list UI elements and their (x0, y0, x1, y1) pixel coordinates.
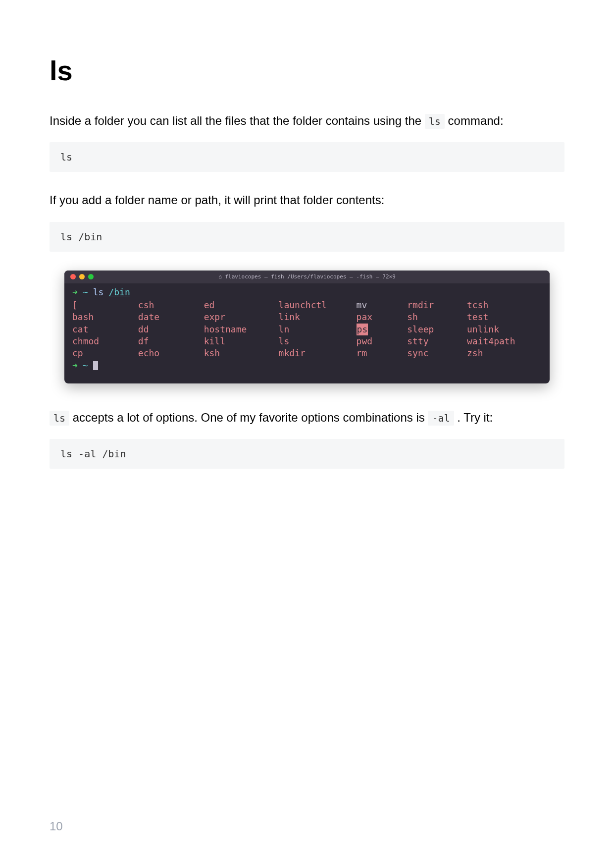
close-icon (70, 274, 76, 279)
code-block-3: ls -al /bin (50, 439, 564, 469)
term-cell: echo (138, 347, 201, 359)
paragraph-1: Inside a folder you can list all the fil… (50, 111, 564, 130)
term-cell: chmod (72, 335, 135, 347)
terminal-screenshot: ⌂ flaviocopes — fish /Users/flaviocopes … (50, 271, 564, 383)
prompt-command: ls (93, 286, 104, 298)
para1-text-b: command: (448, 114, 504, 127)
term-cell: unlink (467, 324, 542, 335)
term-cell: launchctl (279, 299, 354, 311)
prompt-arrow-icon: ➜ (72, 286, 78, 298)
term-cell: [ (72, 299, 135, 311)
inline-code-al: -al (428, 411, 454, 426)
term-cell: mv (357, 299, 405, 311)
page-heading: ls (50, 54, 564, 87)
term-cell: ksh (204, 347, 276, 359)
cursor-icon (93, 361, 98, 370)
term-cell: rmdir (407, 299, 464, 311)
terminal-body: ➜ ~ ls /bin [ csh ed launchctl mv rmdir … (64, 283, 550, 383)
term-cell: ls (279, 335, 354, 347)
term-cell: kill (204, 335, 276, 347)
term-cell: sleep (407, 324, 464, 335)
paragraph-3: ls accepts a lot of options. One of my f… (50, 408, 564, 427)
prompt-line-1: ➜ ~ ls /bin (72, 286, 542, 298)
para3-text-b: . Try it: (457, 411, 493, 424)
inline-code-ls-1: ls (425, 114, 445, 129)
term-cell: pax (357, 311, 405, 323)
para3-text-a: accepts a lot of options. One of my favo… (73, 411, 428, 424)
term-cell: expr (204, 311, 276, 323)
terminal-output-grid: [ csh ed launchctl mv rmdir tcsh bash da… (72, 299, 542, 359)
term-cell: mkdir (279, 347, 354, 359)
term-cell: zsh (467, 347, 542, 359)
term-cell: test (467, 311, 542, 323)
prompt-tilde: ~ (83, 360, 88, 372)
term-cell: df (138, 335, 201, 347)
prompt-arg: /bin (108, 286, 130, 298)
term-cell: ps (357, 324, 405, 335)
maximize-icon (88, 274, 94, 279)
term-cell: wait4path (467, 335, 542, 347)
term-cell: ln (279, 324, 354, 335)
term-cell: dd (138, 324, 201, 335)
term-cell: bash (72, 311, 135, 323)
prompt-tilde: ~ (83, 286, 88, 298)
term-cell: tcsh (467, 299, 542, 311)
term-cell: sh (407, 311, 464, 323)
term-highlight: ps (357, 324, 368, 335)
term-cell: csh (138, 299, 201, 311)
term-cell: cp (72, 347, 135, 359)
code-block-2: ls /bin (50, 222, 564, 252)
term-cell: link (279, 311, 354, 323)
term-cell: pwd (357, 335, 405, 347)
term-cell: sync (407, 347, 464, 359)
prompt-line-2: ➜ ~ (72, 360, 542, 372)
term-cell: cat (72, 324, 135, 335)
para1-text-a: Inside a folder you can list all the fil… (50, 114, 425, 127)
minimize-icon (79, 274, 85, 279)
page-number: 10 (50, 819, 63, 833)
prompt-arrow-icon: ➜ (72, 360, 78, 372)
paragraph-2: If you add a folder name or path, it wil… (50, 191, 564, 210)
code-block-1: ls (50, 142, 564, 172)
term-cell: ed (204, 299, 276, 311)
inline-code-ls-2: ls (50, 411, 69, 426)
term-cell: stty (407, 335, 464, 347)
terminal-title: ⌂ flaviocopes — fish /Users/flaviocopes … (218, 273, 396, 280)
window-controls (70, 274, 94, 279)
terminal-window: ⌂ flaviocopes — fish /Users/flaviocopes … (64, 271, 550, 383)
term-cell: date (138, 311, 201, 323)
terminal-titlebar: ⌂ flaviocopes — fish /Users/flaviocopes … (64, 271, 550, 283)
term-cell: hostname (204, 324, 276, 335)
term-cell: rm (357, 347, 405, 359)
